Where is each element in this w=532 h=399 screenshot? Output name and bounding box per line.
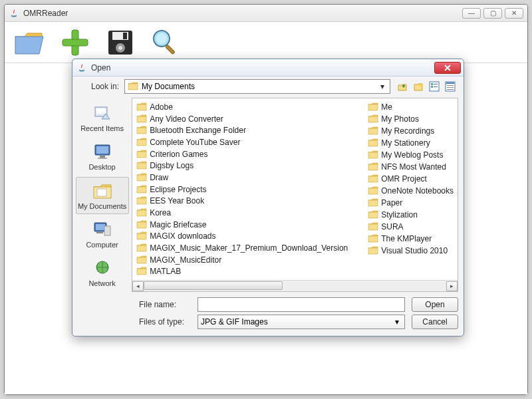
scroll-left-button[interactable]: ◂ — [132, 281, 144, 291]
places-desktop[interactable]: Desktop — [76, 138, 129, 175]
folder-icon — [368, 198, 378, 207]
folder-icon — [368, 222, 378, 231]
folder-name: MAGIX_MusicEditor — [150, 255, 221, 265]
folder-item[interactable]: My Weblog Posts — [368, 149, 454, 161]
folder-name: Criterion Games — [150, 150, 207, 159]
folder-item[interactable]: MAGIX downloads — [136, 230, 348, 242]
folder-name: My Weblog Posts — [381, 150, 443, 160]
file-list: AdobeAny Video ConverterBluetooth Exchan… — [132, 98, 458, 280]
folder-name: EES Year Book — [150, 196, 204, 205]
details-view-button[interactable] — [444, 80, 457, 93]
list-view-button[interactable] — [428, 80, 441, 93]
folder-item[interactable]: EES Year Book — [136, 195, 348, 207]
folder-item[interactable]: Complete YouTube Saver — [136, 136, 348, 148]
folder-item[interactable]: My Recordings — [368, 125, 454, 137]
dialog-close-button[interactable] — [434, 62, 461, 74]
folder-item[interactable]: Visual Studio 2010 — [368, 245, 454, 257]
toolbar — [5, 22, 527, 63]
folder-icon — [136, 185, 147, 194]
scroll-thumb[interactable] — [144, 281, 283, 290]
folder-item[interactable]: OneNote Notebooks — [368, 185, 454, 197]
folder-item[interactable]: Eclipse Projects — [136, 184, 348, 196]
svg-rect-4 — [123, 33, 127, 39]
places-computer[interactable]: Computer — [76, 215, 129, 253]
open-button[interactable] — [10, 25, 50, 61]
close-button[interactable]: ✕ — [505, 8, 523, 19]
folder-item[interactable]: SURA — [368, 221, 454, 233]
folder-item[interactable]: Paper — [368, 197, 454, 209]
minimize-button[interactable]: — — [462, 8, 481, 19]
svg-rect-28 — [96, 224, 105, 230]
svg-rect-21 — [96, 108, 106, 114]
folder-icon — [368, 126, 378, 136]
folder-icon — [136, 208, 147, 217]
folder-icon — [136, 138, 147, 147]
folder-item[interactable]: Digsby Logs — [136, 160, 348, 172]
svg-rect-13 — [434, 84, 438, 84]
folder-item[interactable]: My Stationery — [368, 137, 454, 149]
folder-item[interactable]: The KMPlayer — [368, 233, 454, 245]
open-dialog: Open Look in: My Documents ▾ Recent Item… — [72, 59, 464, 336]
chevron-down-icon: ▾ — [392, 317, 402, 327]
folder-icon — [368, 162, 378, 172]
folder-name: OneNote Notebooks — [381, 186, 454, 196]
folder-name: Eclipse Projects — [150, 185, 206, 194]
search-button[interactable] — [146, 25, 186, 61]
folder-item[interactable]: Stylization — [368, 209, 454, 221]
folder-item[interactable]: Criterion Games — [136, 148, 348, 160]
folder-item[interactable]: Korea — [136, 207, 348, 219]
scroll-track[interactable] — [144, 281, 446, 291]
folder-item[interactable]: MAGIX_MusicEditor — [136, 254, 348, 266]
folder-icon — [368, 246, 378, 255]
places-network[interactable]: Network — [76, 255, 129, 292]
folder-item[interactable]: Draw — [136, 172, 348, 184]
folder-name: Bluetooth Exchange Folder — [150, 126, 246, 135]
svg-rect-25 — [98, 158, 107, 159]
folder-item[interactable]: MATLAB — [136, 265, 348, 277]
window-controls: — ▢ ✕ — [462, 8, 523, 19]
folder-item[interactable]: MAGIX_Music_Maker_17_Premium_Download_Ve… — [136, 242, 348, 254]
folder-icon — [136, 196, 147, 205]
new-folder-button[interactable] — [412, 80, 425, 93]
filetype-value: JPG & GIF Images — [201, 317, 392, 327]
places-recent[interactable]: Recent Items — [76, 99, 129, 136]
maximize-button[interactable]: ▢ — [483, 8, 502, 19]
folder-item[interactable]: Bluetooth Exchange Folder — [136, 124, 348, 136]
computer-icon — [92, 220, 113, 239]
folder-icon — [368, 186, 378, 196]
documents-icon — [92, 182, 113, 200]
open-button[interactable]: Open — [412, 297, 458, 312]
folder-icon — [368, 210, 378, 219]
places-label: My Documents — [78, 202, 126, 210]
folder-icon — [368, 138, 378, 148]
cancel-button[interactable]: Cancel — [412, 315, 458, 329]
lookin-dropdown[interactable]: My Documents ▾ — [124, 79, 390, 94]
folder-icon — [136, 126, 147, 135]
folder-item[interactable]: My Photos — [368, 113, 454, 125]
folder-item[interactable]: Magic Briefcase — [136, 219, 348, 231]
folder-item[interactable]: Me — [368, 101, 454, 113]
folder-name: Stylization — [381, 210, 418, 219]
folder-item[interactable]: NFS Most Wanted — [368, 161, 454, 173]
svg-point-6 — [118, 46, 122, 50]
folder-name: Any Video Converter — [150, 114, 223, 124]
folder-name: Complete YouTube Saver — [150, 138, 240, 147]
folder-name: OMR Project — [381, 174, 427, 184]
folder-item[interactable]: Adobe — [136, 101, 348, 113]
folder-icon — [136, 102, 147, 112]
folder-name: Me — [381, 102, 392, 112]
svg-rect-26 — [97, 189, 106, 196]
scroll-right-button[interactable]: ▸ — [446, 281, 458, 291]
nav-icons — [396, 80, 457, 93]
filename-input[interactable] — [198, 297, 405, 312]
desktop-icon — [92, 142, 113, 161]
horizontal-scrollbar[interactable]: ◂ ▸ — [132, 280, 458, 291]
save-button[interactable] — [100, 25, 140, 61]
svg-rect-24 — [100, 156, 105, 158]
places-documents[interactable]: My Documents — [76, 177, 129, 214]
folder-item[interactable]: OMR Project — [368, 173, 454, 185]
folder-item[interactable]: Any Video Converter — [136, 113, 348, 125]
add-button[interactable] — [55, 25, 95, 61]
up-one-level-button[interactable] — [396, 80, 409, 93]
filetype-dropdown[interactable]: JPG & GIF Images ▾ — [198, 315, 405, 329]
